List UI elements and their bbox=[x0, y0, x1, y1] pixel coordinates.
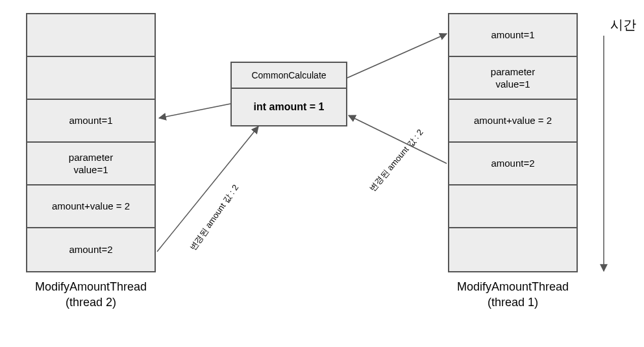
right-arrow-label: 변경된 amount 값 : 2 bbox=[367, 127, 426, 195]
thread1-row-2: amount+value = 2 bbox=[449, 100, 576, 143]
cell-text: amount=2 bbox=[69, 243, 112, 256]
thread2-row-0 bbox=[27, 14, 155, 57]
thread1-row-0: amount=1 bbox=[449, 14, 576, 57]
thread1-row-5 bbox=[449, 228, 576, 271]
left-arrow-label: 변경된 amount 값 : 2 bbox=[187, 182, 242, 253]
thread1-row-3: amount=2 bbox=[449, 143, 576, 185]
common-calculate-title: CommonCalculate bbox=[232, 63, 346, 89]
time-axis-label: 시간 bbox=[610, 16, 636, 34]
cell-text: amount=1 bbox=[69, 114, 112, 127]
thread1-row-4 bbox=[449, 185, 576, 228]
common-calculate-box: CommonCalculate int amount = 1 bbox=[230, 62, 347, 126]
cell-text: amount+value = 2 bbox=[474, 114, 552, 127]
cell-text: parametervalue=1 bbox=[491, 66, 535, 91]
cell-text: amount=2 bbox=[491, 157, 534, 170]
cell-text: parametervalue=1 bbox=[69, 151, 113, 176]
thread2-row-3: parametervalue=1 bbox=[27, 143, 155, 185]
thread2-row-1 bbox=[27, 57, 155, 100]
cell-text: amount+value = 2 bbox=[52, 200, 130, 213]
thread1-row-1: parametervalue=1 bbox=[449, 57, 576, 100]
thread1-caption: ModifyAmountThread(thread 1) bbox=[448, 279, 578, 311]
svg-line-1 bbox=[159, 104, 230, 118]
thread1-column: amount=1 parametervalue=1 amount+value =… bbox=[448, 13, 578, 272]
thread2-caption: ModifyAmountThread(thread 2) bbox=[26, 279, 156, 311]
cell-text: amount=1 bbox=[491, 29, 534, 42]
thread2-row-4: amount+value = 2 bbox=[27, 185, 155, 228]
thread2-row-2: amount=1 bbox=[27, 100, 155, 143]
thread2-row-5: amount=2 bbox=[27, 228, 155, 271]
svg-line-2 bbox=[347, 34, 447, 78]
thread2-column: amount=1 parametervalue=1 amount+value =… bbox=[26, 13, 156, 272]
common-calculate-body: int amount = 1 bbox=[232, 89, 346, 125]
